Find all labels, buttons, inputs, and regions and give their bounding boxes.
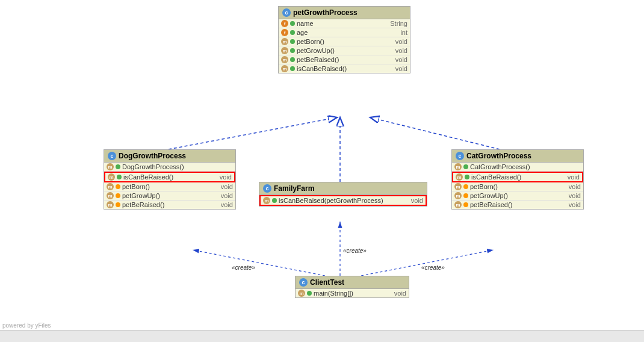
diagram-canvas: «create» «create» «create» c petGrowthPr… [0,0,644,330]
row-iscanberaised-pet: m isCanBeRaised() void [279,64,410,73]
status-bar [0,330,644,342]
field-icon: f [281,20,288,27]
vis-icon [463,184,468,189]
vis-icon [290,21,295,26]
method-name: petGrowUp() [297,47,335,54]
field-icon: f [281,29,288,36]
method-type: void [563,201,581,208]
svg-line-3 [193,250,325,276]
method-name: isCanBeRaised() [471,173,521,181]
vis-icon [463,164,468,169]
method-icon: m [108,173,115,181]
method-name: petBorn() [470,183,498,190]
method-icon: m [107,183,114,190]
method-icon: m [107,163,114,170]
row-dog-iscanberaised: m isCanBeRaised() void [104,172,235,182]
method-name: main(String[]) [314,290,353,297]
class-header-clienttest: c ClientTest [296,276,409,289]
method-icon: m [456,173,463,181]
method-type: void [563,192,581,199]
class-name-familyfarm: FamilyFarm [274,184,314,193]
method-type: void [389,65,407,72]
vis-icon [116,193,120,198]
class-name-dog: DogGrowthProcess [119,152,186,160]
watermark-text: powered by yFiles [2,322,51,329]
method-icon: m [281,56,288,63]
vis-icon [290,48,295,53]
class-header-familyfarm: c FamilyFarm [259,182,427,195]
svg-line-0 [169,117,337,149]
vis-icon [116,164,120,169]
method-type: void [215,201,233,208]
row-familyfarm-iscanberaised: m isCanBeRaised(petGrowthProcess) void [259,195,427,206]
method-name: petGrowUp() [470,192,508,199]
row-petgrowup: m petGrowUp() void [279,46,410,55]
row-cat-petgrowup: m petGrowUp() void [452,191,583,201]
method-icon: m [281,47,288,54]
method-icon: m [281,38,288,45]
method-type: void [389,47,407,54]
method-name: CatGrowthProcess() [470,163,530,170]
vis-icon [463,202,468,207]
class-header-petgrowthprocess: c petGrowthProcess [279,7,410,19]
row-cat-petberaised: m petBeRaised() void [452,201,583,209]
row-name: f name String [279,19,410,28]
method-type: void [563,183,581,190]
method-type: void [405,197,423,204]
class-clienttest: c ClientTest m main(String[]) void [295,276,409,298]
vis-icon [463,193,468,198]
row-dog-petberaised: m petBeRaised() void [104,201,235,209]
class-icon-cat: c [456,152,464,160]
method-type: void [215,183,233,190]
method-name: isCanBeRaised() [297,65,347,72]
row-dog-constructor: m DogGrowthProcess() [104,163,235,172]
vis-icon [290,66,295,71]
vis-icon [116,202,120,207]
method-icon: m [298,290,305,297]
vis-icon [290,30,295,35]
class-name-petgrowthprocess: petGrowthProcess [293,8,358,17]
class-name-cat: CatGrowthProcess [466,152,531,160]
method-name: isCanBeRaised(petGrowthProcess) [279,197,383,204]
svg-text:«create»: «create» [421,264,445,271]
method-name: petBeRaised() [122,201,164,208]
method-name: isCanBeRaised() [123,173,173,181]
row-age: f age int [279,28,410,37]
class-catgrowthprocess: c CatGrowthProcess m CatGrowthProcess() … [451,149,584,210]
svg-line-1 [370,117,500,149]
vis-icon [290,57,295,62]
method-name: petBorn() [297,38,324,45]
method-name: DogGrowthProcess() [122,163,184,170]
method-type: void [215,192,233,199]
field-name: age [297,29,308,36]
method-icon: m [454,192,462,199]
method-type: void [214,173,232,181]
method-icon: m [107,192,114,199]
class-header-dog: c DogGrowthProcess [104,150,235,163]
class-icon-clienttest: c [299,278,308,287]
row-cat-petborn: m petBorn() void [452,182,583,191]
row-dog-petgrowup: m petGrowUp() void [104,191,235,201]
vis-icon [116,184,120,189]
method-icon: m [281,65,288,72]
method-icon: m [454,201,462,208]
method-icon: m [263,197,270,204]
class-icon-familyfarm: c [263,184,271,193]
class-petgrowthprocess: c petGrowthProcess f name String f age i… [278,6,410,73]
method-name: petGrowUp() [122,192,160,199]
svg-line-7 [361,250,494,276]
vis-icon [290,39,295,44]
class-icon-dog: c [108,152,116,160]
vis-icon [307,291,312,296]
method-name: petBorn() [122,183,150,190]
method-type: void [388,290,406,297]
class-icon-petgrowthprocess: c [282,8,291,17]
method-name: petBeRaised() [470,201,512,208]
row-petberaised: m petBeRaised() void [279,55,410,64]
row-cat-iscanberaised: m isCanBeRaised() void [452,172,583,182]
method-type: void [562,173,580,181]
field-type: int [394,29,407,36]
class-name-clienttest: ClientTest [310,278,344,287]
row-cat-constructor: m CatGrowthProcess() [452,163,583,172]
field-name: name [297,20,314,27]
